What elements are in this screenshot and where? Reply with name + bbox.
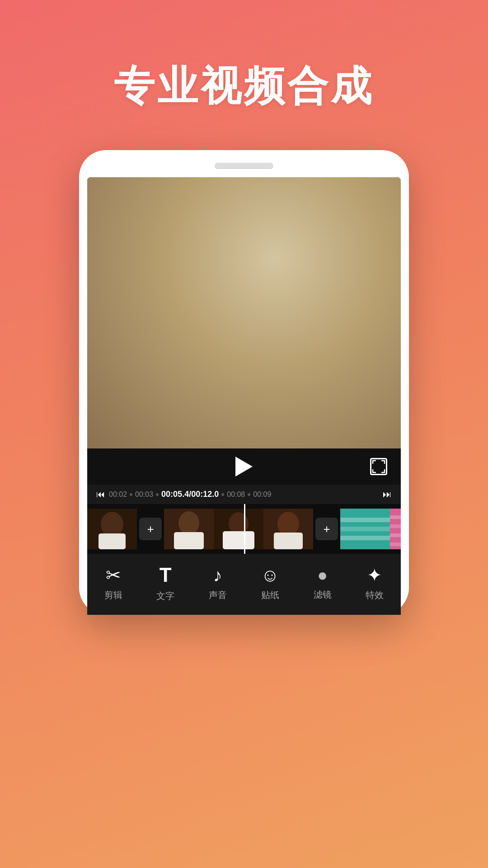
- tool-cut[interactable]: ✂ 剪辑: [104, 565, 122, 601]
- clip-strip[interactable]: +: [87, 504, 401, 554]
- phone-mockup: ⏮ 00:02 00:03 00:05.4/00:12.0 00:08 00:0…: [79, 150, 409, 615]
- timeline-dot-1: [130, 493, 132, 496]
- video-preview: [87, 177, 401, 448]
- fullscreen-button[interactable]: [370, 458, 387, 475]
- music-icon: ♪: [213, 565, 222, 585]
- app-headline: 专业视频合成: [114, 59, 374, 114]
- svg-point-24: [277, 512, 299, 536]
- svg-rect-33: [390, 533, 401, 537]
- filter-icon: ●: [317, 566, 328, 585]
- timeline-end-icon: ⏭: [383, 489, 392, 500]
- tool-effects-label: 特效: [366, 589, 384, 601]
- clip-thumb-1[interactable]: [87, 509, 137, 549]
- add-clip-button-2[interactable]: +: [315, 518, 338, 540]
- bottom-toolbar: ✂ 剪辑 T 文字 ♪ 声音 ☺ 贴纸 ● 滤镜 ✦ 特效: [87, 554, 401, 615]
- svg-rect-16: [99, 533, 126, 549]
- clip-thumb-6[interactable]: [390, 509, 401, 549]
- timeline-dot-3: [221, 493, 224, 496]
- timeline-start-icon: ⏮: [96, 489, 105, 500]
- clip-thumb-4[interactable]: [263, 509, 313, 549]
- svg-point-18: [178, 511, 199, 535]
- svg-rect-25: [274, 533, 303, 549]
- add-clip-button-1[interactable]: +: [139, 518, 162, 540]
- playhead-cursor: [244, 504, 245, 554]
- clip-thumb-2[interactable]: [164, 509, 214, 549]
- time-marker-1: 00:02: [109, 491, 127, 499]
- time-marker-3: 00:08: [227, 491, 245, 499]
- sticker-icon: ☺: [261, 565, 279, 585]
- tool-audio-label: 声音: [209, 589, 227, 601]
- timeline-dot-2: [156, 493, 159, 496]
- scissors-icon: ✂: [106, 565, 121, 585]
- svg-rect-27: [340, 518, 390, 522]
- tool-filter[interactable]: ● 滤镜: [314, 566, 332, 601]
- time-current-display: 00:05.4/00:12.0: [161, 490, 219, 499]
- svg-rect-22: [223, 531, 254, 549]
- tool-sticker[interactable]: ☺ 贴纸: [261, 565, 279, 601]
- tool-filter-label: 滤镜: [314, 589, 332, 601]
- svg-rect-34: [390, 542, 401, 546]
- svg-rect-19: [174, 532, 204, 549]
- clip-thumb-5[interactable]: [340, 509, 390, 549]
- timeline-bar: ⏮ 00:02 00:03 00:05.4/00:12.0 00:08 00:0…: [87, 485, 401, 504]
- playback-controls: [87, 448, 401, 485]
- svg-point-15: [101, 512, 123, 537]
- tool-text[interactable]: T 文字: [156, 564, 174, 602]
- phone-speaker-bar: [215, 163, 273, 169]
- clip-thumb-3[interactable]: [214, 509, 263, 549]
- time-marker-2: 00:03: [135, 491, 153, 499]
- timeline-dot-4: [248, 493, 250, 496]
- svg-rect-32: [390, 524, 401, 528]
- portrait-background: [87, 177, 401, 448]
- tool-text-label: 文字: [156, 590, 174, 602]
- tool-audio[interactable]: ♪ 声音: [209, 565, 227, 601]
- tool-sticker-label: 贴纸: [261, 589, 279, 601]
- tool-effects[interactable]: ✦ 特效: [366, 565, 384, 601]
- time-marker-4: 00:09: [253, 491, 271, 499]
- svg-rect-29: [340, 536, 390, 540]
- tool-cut-label: 剪辑: [104, 589, 122, 601]
- svg-rect-31: [390, 515, 401, 519]
- effects-icon: ✦: [367, 565, 382, 585]
- text-icon: T: [160, 564, 172, 586]
- timeline-track[interactable]: 00:02 00:03 00:05.4/00:12.0 00:08 00:09: [109, 490, 379, 499]
- svg-rect-28: [340, 527, 390, 531]
- phone-screen: ⏮ 00:02 00:03 00:05.4/00:12.0 00:08 00:0…: [87, 177, 401, 615]
- play-button[interactable]: [235, 457, 253, 476]
